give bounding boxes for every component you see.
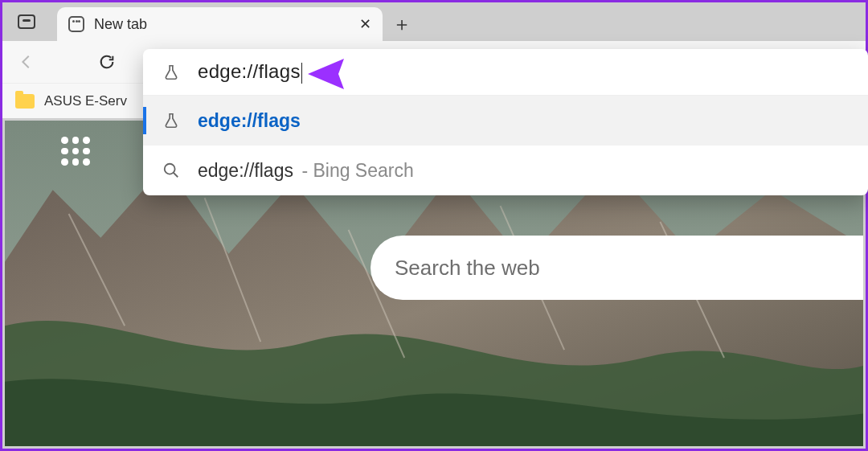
search-icon [162, 162, 180, 179]
back-button[interactable] [7, 43, 46, 81]
address-bar[interactable]: edge://flags [143, 49, 868, 96]
flask-icon [162, 64, 180, 81]
address-bar-text: edge://flags [198, 60, 302, 84]
flask-icon [162, 112, 180, 129]
omnibox-suggestion-url[interactable]: edge://flags [143, 96, 868, 146]
app-launcher-icon[interactable] [61, 137, 90, 166]
omnibox-dropdown: edge://flags edge://flags edge://flags -… [143, 49, 868, 195]
suggestion-text: edge://flags [198, 110, 301, 132]
svg-point-1 [165, 164, 175, 174]
tab-actions-button[interactable] [2, 2, 51, 41]
tab-favicon [68, 16, 84, 32]
bookmark-label: ASUS E-Serv [44, 93, 127, 109]
ntp-search-placeholder: Search the web [395, 256, 540, 281]
tab-title: New tab [94, 16, 346, 33]
close-tab-icon[interactable]: ✕ [355, 14, 375, 34]
refresh-button[interactable] [88, 43, 126, 81]
folder-icon [15, 94, 35, 109]
suggestion-text: edge://flags - Bing Search [198, 160, 414, 182]
titlebar: New tab ✕ ＋ [2, 2, 866, 41]
new-tab-button[interactable]: ＋ [383, 7, 421, 41]
omnibox-suggestion-search[interactable]: edge://flags - Bing Search [143, 146, 868, 195]
browser-tab[interactable]: New tab ✕ [57, 7, 383, 41]
ntp-search-box[interactable]: Search the web [371, 236, 863, 300]
bookmark-item[interactable]: ASUS E-Serv [15, 93, 127, 109]
